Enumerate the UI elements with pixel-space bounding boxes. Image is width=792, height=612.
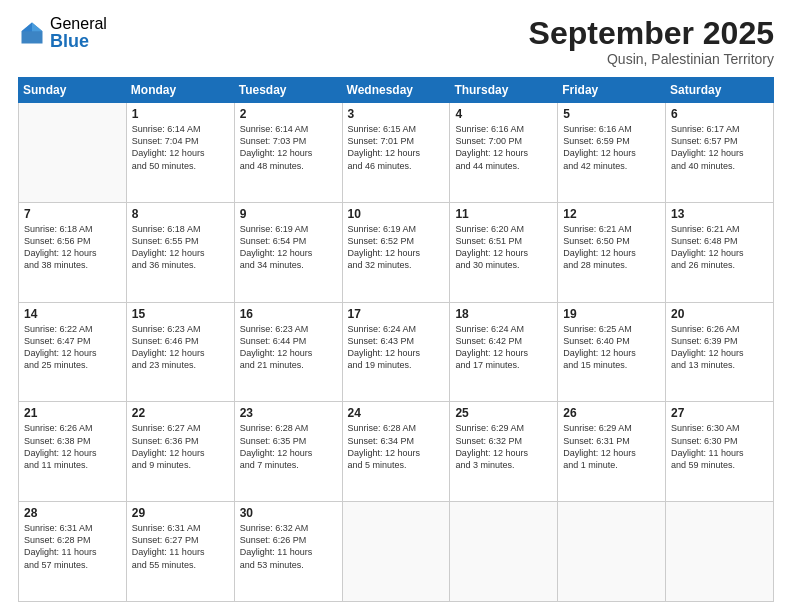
day-number: 18 xyxy=(455,307,552,321)
day-info: Sunrise: 6:26 AM Sunset: 6:39 PM Dayligh… xyxy=(671,323,768,372)
calendar-subtitle: Qusin, Palestinian Territory xyxy=(529,51,774,67)
calendar-cell: 12Sunrise: 6:21 AM Sunset: 6:50 PM Dayli… xyxy=(558,202,666,302)
day-number: 30 xyxy=(240,506,337,520)
calendar-cell: 10Sunrise: 6:19 AM Sunset: 6:52 PM Dayli… xyxy=(342,202,450,302)
day-info: Sunrise: 6:23 AM Sunset: 6:46 PM Dayligh… xyxy=(132,323,229,372)
calendar-cell: 8Sunrise: 6:18 AM Sunset: 6:55 PM Daylig… xyxy=(126,202,234,302)
day-number: 11 xyxy=(455,207,552,221)
calendar-cell: 18Sunrise: 6:24 AM Sunset: 6:42 PM Dayli… xyxy=(450,302,558,402)
day-info: Sunrise: 6:30 AM Sunset: 6:30 PM Dayligh… xyxy=(671,422,768,471)
calendar-cell: 20Sunrise: 6:26 AM Sunset: 6:39 PM Dayli… xyxy=(666,302,774,402)
calendar-cell: 29Sunrise: 6:31 AM Sunset: 6:27 PM Dayli… xyxy=(126,502,234,602)
logo-general: General xyxy=(50,16,107,32)
logo-icon xyxy=(18,19,46,47)
day-number: 15 xyxy=(132,307,229,321)
calendar-week-5: 28Sunrise: 6:31 AM Sunset: 6:28 PM Dayli… xyxy=(19,502,774,602)
day-header-monday: Monday xyxy=(126,78,234,103)
calendar-cell: 11Sunrise: 6:20 AM Sunset: 6:51 PM Dayli… xyxy=(450,202,558,302)
calendar-cell xyxy=(558,502,666,602)
calendar-cell: 17Sunrise: 6:24 AM Sunset: 6:43 PM Dayli… xyxy=(342,302,450,402)
title-block: September 2025 Qusin, Palestinian Territ… xyxy=(529,16,774,67)
day-info: Sunrise: 6:17 AM Sunset: 6:57 PM Dayligh… xyxy=(671,123,768,172)
day-info: Sunrise: 6:22 AM Sunset: 6:47 PM Dayligh… xyxy=(24,323,121,372)
calendar-cell: 14Sunrise: 6:22 AM Sunset: 6:47 PM Dayli… xyxy=(19,302,127,402)
day-number: 24 xyxy=(348,406,445,420)
page: General Blue September 2025 Qusin, Pales… xyxy=(0,0,792,612)
day-info: Sunrise: 6:24 AM Sunset: 6:43 PM Dayligh… xyxy=(348,323,445,372)
calendar-week-1: 1Sunrise: 6:14 AM Sunset: 7:04 PM Daylig… xyxy=(19,103,774,203)
day-info: Sunrise: 6:27 AM Sunset: 6:36 PM Dayligh… xyxy=(132,422,229,471)
day-number: 12 xyxy=(563,207,660,221)
calendar-cell: 30Sunrise: 6:32 AM Sunset: 6:26 PM Dayli… xyxy=(234,502,342,602)
day-info: Sunrise: 6:16 AM Sunset: 6:59 PM Dayligh… xyxy=(563,123,660,172)
day-info: Sunrise: 6:14 AM Sunset: 7:03 PM Dayligh… xyxy=(240,123,337,172)
day-number: 13 xyxy=(671,207,768,221)
day-number: 2 xyxy=(240,107,337,121)
day-number: 20 xyxy=(671,307,768,321)
calendar-cell xyxy=(450,502,558,602)
day-number: 22 xyxy=(132,406,229,420)
calendar-cell: 5Sunrise: 6:16 AM Sunset: 6:59 PM Daylig… xyxy=(558,103,666,203)
day-number: 3 xyxy=(348,107,445,121)
calendar-cell: 13Sunrise: 6:21 AM Sunset: 6:48 PM Dayli… xyxy=(666,202,774,302)
day-number: 1 xyxy=(132,107,229,121)
day-info: Sunrise: 6:29 AM Sunset: 6:32 PM Dayligh… xyxy=(455,422,552,471)
calendar-cell: 23Sunrise: 6:28 AM Sunset: 6:35 PM Dayli… xyxy=(234,402,342,502)
day-number: 9 xyxy=(240,207,337,221)
day-info: Sunrise: 6:25 AM Sunset: 6:40 PM Dayligh… xyxy=(563,323,660,372)
day-info: Sunrise: 6:21 AM Sunset: 6:50 PM Dayligh… xyxy=(563,223,660,272)
svg-marker-1 xyxy=(32,23,43,32)
day-info: Sunrise: 6:31 AM Sunset: 6:27 PM Dayligh… xyxy=(132,522,229,571)
day-info: Sunrise: 6:19 AM Sunset: 6:52 PM Dayligh… xyxy=(348,223,445,272)
day-header-thursday: Thursday xyxy=(450,78,558,103)
calendar-cell: 2Sunrise: 6:14 AM Sunset: 7:03 PM Daylig… xyxy=(234,103,342,203)
day-number: 19 xyxy=(563,307,660,321)
day-number: 25 xyxy=(455,406,552,420)
day-number: 14 xyxy=(24,307,121,321)
calendar-cell: 9Sunrise: 6:19 AM Sunset: 6:54 PM Daylig… xyxy=(234,202,342,302)
logo-blue: Blue xyxy=(50,32,107,50)
calendar-cell: 19Sunrise: 6:25 AM Sunset: 6:40 PM Dayli… xyxy=(558,302,666,402)
day-info: Sunrise: 6:28 AM Sunset: 6:34 PM Dayligh… xyxy=(348,422,445,471)
day-number: 6 xyxy=(671,107,768,121)
day-number: 27 xyxy=(671,406,768,420)
day-info: Sunrise: 6:21 AM Sunset: 6:48 PM Dayligh… xyxy=(671,223,768,272)
calendar-cell: 24Sunrise: 6:28 AM Sunset: 6:34 PM Dayli… xyxy=(342,402,450,502)
day-info: Sunrise: 6:28 AM Sunset: 6:35 PM Dayligh… xyxy=(240,422,337,471)
day-info: Sunrise: 6:18 AM Sunset: 6:55 PM Dayligh… xyxy=(132,223,229,272)
calendar-cell: 16Sunrise: 6:23 AM Sunset: 6:44 PM Dayli… xyxy=(234,302,342,402)
day-info: Sunrise: 6:32 AM Sunset: 6:26 PM Dayligh… xyxy=(240,522,337,571)
day-number: 16 xyxy=(240,307,337,321)
day-number: 10 xyxy=(348,207,445,221)
day-info: Sunrise: 6:16 AM Sunset: 7:00 PM Dayligh… xyxy=(455,123,552,172)
calendar-cell: 25Sunrise: 6:29 AM Sunset: 6:32 PM Dayli… xyxy=(450,402,558,502)
calendar-cell xyxy=(342,502,450,602)
calendar-cell: 6Sunrise: 6:17 AM Sunset: 6:57 PM Daylig… xyxy=(666,103,774,203)
calendar-week-3: 14Sunrise: 6:22 AM Sunset: 6:47 PM Dayli… xyxy=(19,302,774,402)
day-number: 7 xyxy=(24,207,121,221)
day-info: Sunrise: 6:26 AM Sunset: 6:38 PM Dayligh… xyxy=(24,422,121,471)
calendar-cell: 7Sunrise: 6:18 AM Sunset: 6:56 PM Daylig… xyxy=(19,202,127,302)
day-number: 21 xyxy=(24,406,121,420)
calendar-cell xyxy=(666,502,774,602)
calendar-cell: 15Sunrise: 6:23 AM Sunset: 6:46 PM Dayli… xyxy=(126,302,234,402)
day-number: 4 xyxy=(455,107,552,121)
day-info: Sunrise: 6:24 AM Sunset: 6:42 PM Dayligh… xyxy=(455,323,552,372)
day-info: Sunrise: 6:19 AM Sunset: 6:54 PM Dayligh… xyxy=(240,223,337,272)
calendar-week-2: 7Sunrise: 6:18 AM Sunset: 6:56 PM Daylig… xyxy=(19,202,774,302)
day-info: Sunrise: 6:15 AM Sunset: 7:01 PM Dayligh… xyxy=(348,123,445,172)
calendar-cell: 27Sunrise: 6:30 AM Sunset: 6:30 PM Dayli… xyxy=(666,402,774,502)
day-number: 29 xyxy=(132,506,229,520)
day-header-saturday: Saturday xyxy=(666,78,774,103)
day-number: 23 xyxy=(240,406,337,420)
calendar-cell: 21Sunrise: 6:26 AM Sunset: 6:38 PM Dayli… xyxy=(19,402,127,502)
calendar-header-row: SundayMondayTuesdayWednesdayThursdayFrid… xyxy=(19,78,774,103)
day-info: Sunrise: 6:20 AM Sunset: 6:51 PM Dayligh… xyxy=(455,223,552,272)
calendar-title: September 2025 xyxy=(529,16,774,51)
day-number: 28 xyxy=(24,506,121,520)
calendar-cell: 26Sunrise: 6:29 AM Sunset: 6:31 PM Dayli… xyxy=(558,402,666,502)
day-info: Sunrise: 6:14 AM Sunset: 7:04 PM Dayligh… xyxy=(132,123,229,172)
calendar-cell: 28Sunrise: 6:31 AM Sunset: 6:28 PM Dayli… xyxy=(19,502,127,602)
logo-text: General Blue xyxy=(50,16,107,50)
calendar-cell: 1Sunrise: 6:14 AM Sunset: 7:04 PM Daylig… xyxy=(126,103,234,203)
